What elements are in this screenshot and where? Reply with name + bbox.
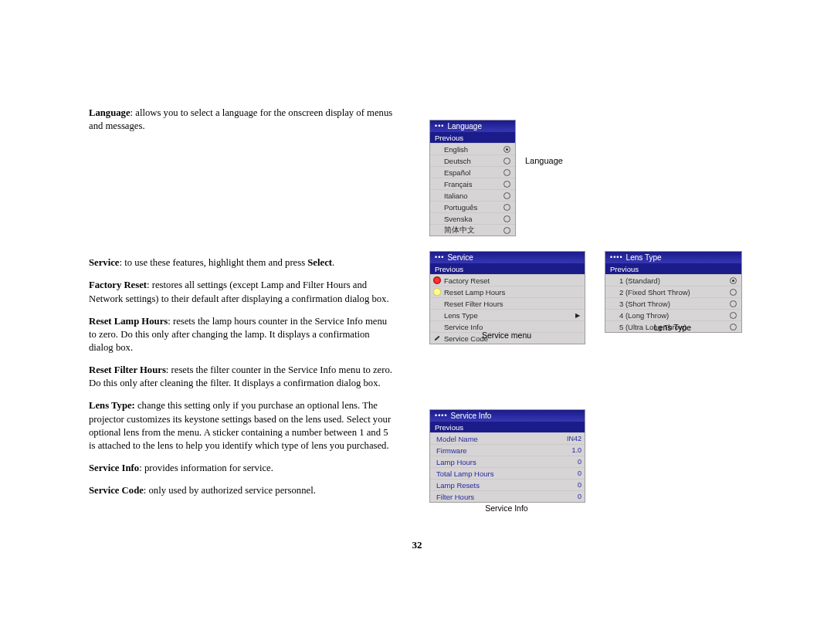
value: 0 — [578, 458, 581, 466]
lead: Lens Type: — [89, 400, 135, 411]
para-reset-lamp: Reset Lamp Hours: resets the lamp hours … — [89, 315, 394, 354]
red-icon — [433, 276, 441, 284]
label: Svenska — [444, 215, 472, 223]
info-row: Lamp Resets0 — [430, 480, 585, 491]
label: Lamp Hours — [436, 458, 476, 466]
para-factory-reset: Factory Reset: restores all settings (ex… — [89, 279, 394, 305]
value: 0 — [578, 469, 581, 477]
lead: Reset Lamp Hours — [89, 316, 168, 327]
label: Reset Lamp Hours — [444, 288, 505, 297]
radio-icon — [730, 312, 737, 319]
lead: Service — [89, 257, 119, 268]
label: Previous — [435, 265, 463, 273]
menu-item[interactable]: 3 (Short Throw) — [605, 298, 741, 310]
info-row: Filter Hours0 — [430, 491, 585, 502]
label: 4 (Long Throw) — [619, 311, 669, 320]
header-dots-icon: •••• — [435, 412, 448, 419]
label: Previous — [610, 265, 639, 273]
submenu-arrow-icon: ▶ — [575, 312, 580, 319]
label: Firmware — [436, 446, 467, 455]
header-dots-icon: ••• — [435, 122, 444, 130]
lead: Service Info — [89, 463, 139, 473]
menu-item[interactable]: 1 (Standard) — [605, 275, 741, 286]
radio-icon — [503, 146, 510, 153]
page-number: 32 — [0, 539, 834, 551]
page: Language: allows you to select a languag… — [0, 0, 834, 644]
label: Lamp Resets — [436, 481, 480, 490]
label: Previous — [435, 134, 463, 142]
menu-item[interactable]: 4 (Long Throw) — [605, 310, 741, 321]
label: Reset Filter Hours — [444, 300, 503, 308]
menu-item-previous[interactable]: Previous — [605, 263, 741, 275]
language-menu[interactable]: •••Language Previous EnglishDeutschEspañ… — [429, 120, 516, 236]
language-caption: Language — [525, 156, 563, 165]
header-dots-icon: ••• — [435, 253, 444, 261]
value: 0 — [578, 493, 581, 500]
menu-item[interactable]: Factory Reset — [430, 275, 585, 286]
value: 0 — [578, 481, 581, 489]
menu-header: •••Service — [430, 252, 585, 263]
body: : allows you to select a language for th… — [89, 107, 392, 131]
body-text: Language: allows you to select a languag… — [89, 107, 394, 507]
para-reset-filter: Reset Filter Hours: resets the filter co… — [89, 364, 394, 390]
menu-item[interactable]: Français — [430, 178, 515, 190]
radio-icon — [503, 215, 510, 222]
tail: . — [332, 257, 334, 268]
lead: Reset Filter Hours — [89, 364, 166, 375]
label: Português — [444, 203, 477, 212]
menu-item[interactable]: Italiano — [430, 190, 515, 202]
menu-item[interactable]: Reset Filter Hours — [430, 298, 585, 310]
radio-icon — [503, 204, 510, 211]
label: Service Info — [444, 323, 483, 331]
radio-icon — [730, 289, 737, 296]
menu-item-previous[interactable]: Previous — [430, 422, 585, 433]
lens-type-menu[interactable]: ••••Lens Type Previous 1 (Standard)2 (Fi… — [605, 251, 742, 333]
radio-icon — [503, 169, 510, 176]
lead: Service Code — [89, 485, 144, 496]
label: 简体中文 — [444, 225, 475, 236]
label: Español — [444, 168, 470, 177]
lens-type-caption: Lens Type — [605, 323, 741, 332]
label: Italiano — [444, 192, 468, 200]
menu-title: Language — [447, 122, 482, 130]
menu-item[interactable]: 简体中文 — [430, 225, 515, 236]
menu-item[interactable]: Português — [430, 202, 515, 213]
label: Deutsch — [444, 157, 471, 165]
service-menu-caption: Service menu — [429, 330, 584, 340]
info-row: Model NameIN42 — [430, 433, 585, 445]
lead: Factory Reset — [89, 280, 147, 290]
para-lens-type: Lens Type: change this setting only if y… — [89, 399, 394, 452]
menu-title: Lens Type — [626, 253, 662, 262]
label: Factory Reset — [444, 276, 490, 285]
radio-icon — [730, 277, 737, 284]
header-dots-icon: •••• — [610, 253, 623, 261]
bulb-icon — [433, 288, 441, 296]
label: 1 (Standard) — [619, 276, 660, 285]
menu-item[interactable]: Svenska — [430, 213, 515, 225]
radio-icon — [503, 181, 510, 188]
service-info-caption: Service Info — [429, 503, 584, 513]
label: Model Name — [436, 435, 478, 443]
body: : provides information for service. — [139, 463, 273, 473]
menu-item[interactable]: 2 (Fixed Short Throw) — [605, 286, 741, 298]
bold-select: Select — [307, 257, 332, 268]
info-row: Total Lamp Hours0 — [430, 468, 585, 480]
service-info-menu[interactable]: ••••Service Info Previous Model NameIN42… — [429, 409, 585, 503]
value: 1.0 — [571, 446, 581, 454]
radio-icon — [503, 192, 510, 199]
label: Lens Type — [444, 311, 478, 320]
menu-item[interactable]: Lens Type▶ — [430, 310, 585, 321]
menu-title: Service — [447, 253, 473, 262]
menu-title: Service Info — [451, 412, 492, 420]
menu-item[interactable]: Deutsch — [430, 155, 515, 167]
menu-item[interactable]: English — [430, 144, 515, 155]
menu-header: ••••Service Info — [430, 410, 585, 422]
menu-item[interactable]: Reset Lamp Hours — [430, 286, 585, 298]
label: 3 (Short Throw) — [619, 300, 670, 308]
menu-item-previous[interactable]: Previous — [430, 132, 515, 144]
label: Français — [444, 180, 472, 188]
menu-item-previous[interactable]: Previous — [430, 263, 585, 275]
menu-item[interactable]: Español — [430, 167, 515, 178]
radio-icon — [503, 227, 510, 234]
label: Total Lamp Hours — [436, 469, 493, 478]
